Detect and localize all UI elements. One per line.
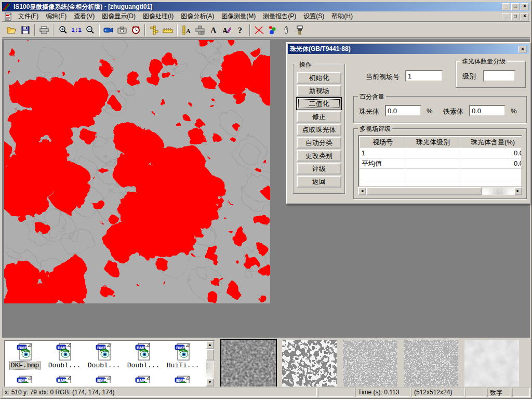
menu-help[interactable]: 帮助(H) bbox=[328, 11, 356, 22]
toolbar-separator bbox=[177, 24, 178, 36]
toolbar-separator bbox=[99, 24, 100, 36]
menu-edit[interactable]: 编辑(E) bbox=[42, 11, 70, 22]
thumbnail-2[interactable] bbox=[282, 340, 337, 388]
file-item[interactable]: BMPDKF.bmp bbox=[5, 341, 45, 369]
dialog-title: 珠光体(GB/T9441-88) bbox=[290, 45, 351, 54]
help-button[interactable]: ? bbox=[234, 23, 247, 36]
file-name[interactable]: HuiTi... bbox=[166, 362, 200, 369]
ferrite-percent-input[interactable] bbox=[469, 105, 506, 116]
zoom-in-button[interactable] bbox=[56, 23, 70, 36]
menu-file[interactable]: 文件(F) bbox=[15, 11, 42, 22]
zoom-out-button[interactable] bbox=[83, 23, 97, 36]
video-capture-button[interactable] bbox=[102, 23, 115, 36]
camera-capture-button[interactable] bbox=[115, 23, 129, 36]
thumbnail-3[interactable] bbox=[343, 340, 397, 388]
print-button[interactable] bbox=[37, 23, 51, 36]
file-item[interactable]: BMPDoubl... bbox=[124, 341, 163, 369]
timer-button[interactable] bbox=[129, 23, 142, 36]
pick-pearlite-button[interactable]: 点取珠光体 bbox=[297, 124, 341, 136]
initialize-button[interactable]: 初始化 bbox=[297, 72, 341, 84]
close-button[interactable]: × bbox=[521, 3, 529, 10]
text-annotation-button[interactable]: A bbox=[207, 23, 220, 36]
svg-text:?: ? bbox=[238, 26, 242, 34]
document-icon[interactable] bbox=[4, 12, 12, 21]
current-field-input[interactable] bbox=[405, 70, 443, 82]
return-button[interactable]: 返回 bbox=[297, 176, 341, 188]
table-horizontal-scrollbar[interactable]: ◄ ► bbox=[358, 187, 522, 195]
grade-input[interactable] bbox=[483, 70, 515, 82]
file-item[interactable]: BMPHuiTi... bbox=[163, 341, 203, 369]
rate-button[interactable]: 评级 bbox=[297, 163, 341, 175]
actual-size-button[interactable]: 1:1 bbox=[70, 23, 83, 36]
rating-table[interactable]: 视场号 珠光体级别 珠光体含量(%) 铁素体 1 0.0 平均值 bbox=[358, 135, 522, 187]
video-capture-icon bbox=[103, 27, 114, 33]
scroll-down-icon[interactable]: ▼ bbox=[206, 378, 214, 387]
menu-image-process[interactable]: 图像处理(I) bbox=[139, 11, 177, 22]
brush-fill-button[interactable] bbox=[293, 23, 307, 36]
thumbnail-4[interactable] bbox=[404, 340, 458, 388]
minimize-button[interactable]: _ bbox=[502, 3, 510, 10]
scrollbar-thumb[interactable] bbox=[206, 349, 214, 361]
file-name[interactable]: DKF.bmp bbox=[10, 362, 41, 369]
scrollbar-thumb[interactable] bbox=[366, 187, 482, 195]
file-name[interactable]: Doubl... bbox=[87, 362, 121, 369]
curve-analysis-button[interactable] bbox=[252, 23, 266, 36]
auto-classify-button[interactable]: 自动分类 bbox=[297, 137, 341, 149]
child-close-button[interactable]: × bbox=[521, 13, 529, 20]
thumbnail-1[interactable] bbox=[221, 340, 276, 388]
menu-settings[interactable]: 设置(S) bbox=[300, 11, 328, 22]
maximize-button[interactable]: □ bbox=[511, 3, 520, 10]
bmp-file-icon: BMP bbox=[16, 343, 34, 361]
menu-image-display[interactable]: 图像显示(D) bbox=[98, 11, 139, 22]
operation-group: 操作 初始化 新视场 二值化 修正 点取珠光体 自动分类 更改类别 评级 返回 bbox=[293, 64, 345, 194]
child-minimize-button[interactable]: _ bbox=[502, 13, 510, 20]
caliper-measure-button[interactable] bbox=[148, 23, 161, 36]
bmp-file-icon: BMP bbox=[56, 376, 73, 383]
file-item[interactable]: BMPDoubl... bbox=[84, 341, 124, 369]
dialog-close-button[interactable]: × bbox=[518, 46, 527, 53]
svg-text:A: A bbox=[222, 27, 228, 34]
metallographic-image[interactable] bbox=[4, 40, 270, 303]
thumbnail-strip bbox=[221, 340, 519, 388]
file-item-partial[interactable]: BMP bbox=[84, 374, 124, 383]
file-name[interactable]: Doubl... bbox=[47, 362, 82, 369]
file-vertical-scrollbar[interactable]: ▲ ▼ bbox=[206, 341, 214, 387]
table-row[interactable]: 平均值 0.0 bbox=[360, 158, 523, 169]
menu-view[interactable]: 查看(V) bbox=[70, 11, 98, 22]
child-restore-button[interactable]: ❐ bbox=[511, 13, 520, 20]
ruler-measure-button[interactable] bbox=[161, 23, 175, 36]
pearlite-percent-input[interactable] bbox=[385, 105, 421, 116]
caliper-measure-icon bbox=[150, 25, 158, 35]
file-item-partial[interactable]: BMP bbox=[45, 374, 84, 383]
file-row: BMPDKF.bmpBMPDoubl...BMPDoubl...BMPDoubl… bbox=[5, 341, 206, 369]
menu-image-analysis[interactable]: 图像分析(A) bbox=[177, 11, 218, 22]
table-header-row: 视场号 珠光体级别 珠光体含量(%) 铁素体 bbox=[360, 137, 523, 148]
scale-calibration-button[interactable]: A bbox=[180, 23, 193, 36]
scroll-right-icon[interactable]: ► bbox=[514, 187, 522, 195]
binarize-button[interactable]: 二值化 bbox=[297, 98, 341, 110]
scroll-up-icon[interactable]: ▲ bbox=[206, 341, 214, 349]
dialog-title-bar[interactable]: 珠光体(GB/T9441-88) × bbox=[288, 44, 529, 54]
file-item-partial[interactable]: BMP bbox=[124, 374, 163, 383]
file-name[interactable]: Doubl... bbox=[126, 362, 161, 369]
ferrite-percent-label: 铁素体 bbox=[443, 107, 463, 116]
change-class-button[interactable]: 更改类别 bbox=[297, 150, 341, 162]
phase-color-button[interactable] bbox=[266, 23, 280, 36]
grade-group: 珠光体数量分级 级别 bbox=[456, 61, 526, 88]
thumbnail-5[interactable] bbox=[464, 340, 519, 388]
edit-annotation-button[interactable]: A bbox=[220, 23, 234, 36]
menu-report[interactable]: 测量报告(P) bbox=[259, 11, 300, 22]
menu-image-measure[interactable]: 图像测量(M) bbox=[218, 11, 259, 22]
pointer-pen-button[interactable] bbox=[280, 23, 293, 36]
file-item[interactable]: BMPDoubl... bbox=[45, 341, 84, 369]
open-file-button[interactable] bbox=[5, 23, 19, 36]
scroll-left-icon[interactable]: ◄ bbox=[358, 187, 366, 195]
table-row[interactable]: 1 0.0 bbox=[360, 148, 523, 158]
correct-button[interactable]: 修正 bbox=[297, 111, 341, 123]
new-field-button[interactable]: 新视场 bbox=[297, 85, 341, 97]
image-merge-button[interactable] bbox=[193, 23, 207, 36]
save-button[interactable] bbox=[19, 23, 32, 36]
file-item-partial[interactable]: BMP bbox=[163, 374, 203, 383]
bmp-file-icon: BMP bbox=[56, 343, 73, 361]
file-item-partial[interactable]: BMP bbox=[5, 374, 45, 383]
